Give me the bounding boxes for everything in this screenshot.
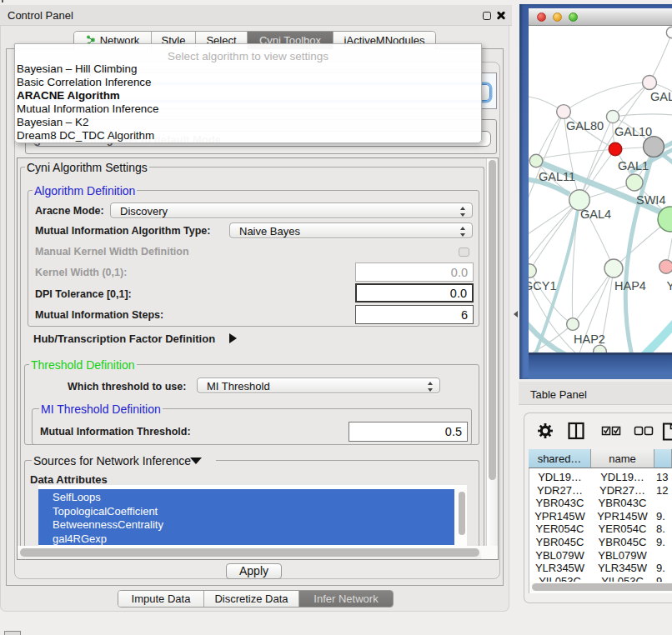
svg-text:GAL1: GAL1	[618, 159, 649, 172]
svg-text:GAL10: GAL10	[614, 125, 652, 138]
svg-text:Y: Y	[667, 279, 672, 292]
svg-text:GCY1: GCY1	[529, 279, 557, 292]
svg-text:GAL: GAL	[650, 90, 672, 103]
svg-text:GAL4: GAL4	[580, 208, 611, 221]
svg-text:GAL11: GAL11	[539, 170, 575, 183]
svg-text:GAL80: GAL80	[566, 119, 604, 132]
svg-text:HAP2: HAP2	[574, 332, 605, 346]
svg-text:SWI4: SWI4	[636, 193, 665, 207]
svg-text:HAP4: HAP4	[614, 279, 646, 292]
